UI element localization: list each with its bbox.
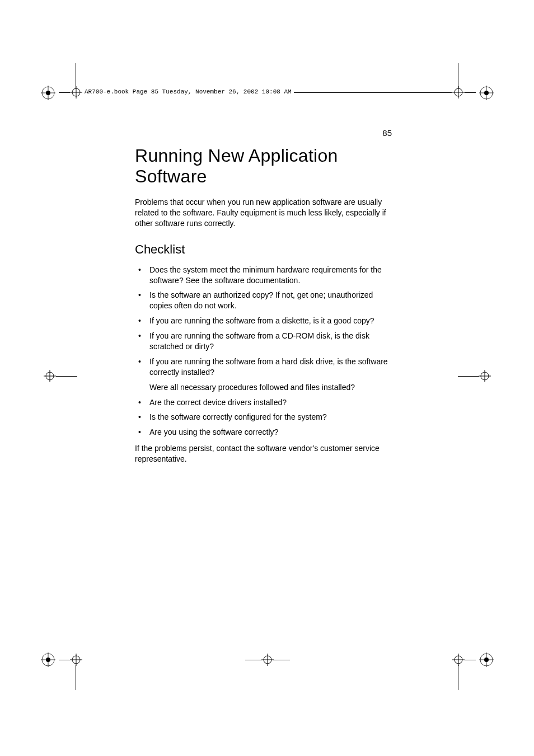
crosshair-icon [479, 370, 491, 384]
closing-paragraph: If the problems persist, contact the sof… [135, 443, 392, 464]
crop-line [59, 660, 70, 660]
crosshair-icon [452, 86, 465, 101]
list-item: Is the software an authorized copy? If n… [135, 290, 392, 311]
intro-paragraph: Problems that occur when you run new app… [135, 197, 392, 229]
page-number: 85 [382, 128, 392, 138]
registration-mark-icon [479, 652, 494, 669]
crop-line [76, 63, 76, 88]
list-item: If you are running the software from a h… [135, 356, 392, 378]
registration-mark-icon [41, 652, 55, 669]
crop-line [458, 376, 479, 377]
crosshair-icon [44, 370, 56, 384]
crop-line [76, 665, 76, 690]
checklist: Does the system meet the minimum hardwar… [135, 265, 392, 378]
crop-line [465, 92, 476, 93]
list-item: If you are running the software from a d… [135, 316, 392, 326]
crop-line [59, 92, 70, 93]
registration-mark-icon [41, 86, 55, 102]
registration-mark-icon [479, 86, 494, 102]
followup-text: Were all necessary procedures followed a… [135, 382, 392, 393]
crop-line [273, 660, 290, 660]
list-item: If you are running the software from a C… [135, 331, 392, 352]
crosshair-icon [70, 654, 82, 668]
list-item: Are the correct device drivers installed… [135, 397, 392, 408]
crop-line [458, 63, 458, 88]
content-area: Running New Application Software Problem… [135, 145, 392, 464]
crosshair-icon [261, 654, 274, 668]
crosshair-icon [70, 86, 82, 101]
section-title: Checklist [135, 242, 392, 257]
crosshair-icon [452, 654, 465, 668]
list-item: Are you using the software correctly? [135, 427, 392, 438]
header-text: AR700-e.book Page 85 Tuesday, November 2… [82, 88, 294, 95]
crop-line [245, 660, 262, 660]
list-item: Is the software correctly configured for… [135, 412, 392, 422]
list-item: Does the system meet the minimum hardwar… [135, 265, 392, 286]
checklist-continued: Are the correct device drivers installed… [135, 397, 392, 438]
main-title: Running New Application Software [135, 145, 392, 187]
crop-line [458, 665, 458, 690]
crop-line [465, 660, 476, 660]
crop-line [56, 376, 77, 377]
